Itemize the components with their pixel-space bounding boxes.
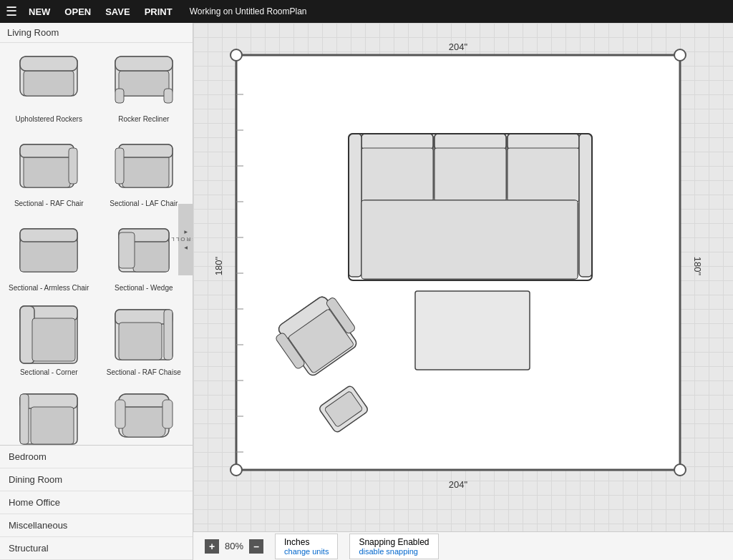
furniture-item-sectional-laf-chair[interactable]: Sectional - LAF Chair	[98, 130, 190, 212]
svg-rect-13	[122, 155, 169, 187]
furniture-label: Sectional - RAF Chaise	[107, 368, 181, 377]
units-label: Inches	[284, 537, 309, 547]
svg-rect-17	[20, 240, 77, 272]
furniture-label: Sectional - Armless Chair	[9, 284, 89, 293]
furniture-item-upholstered-rockers[interactable]: Upholstered Rockers	[3, 46, 95, 127]
svg-rect-70	[349, 134, 361, 277]
snapping-label: Snapping Enabled	[359, 537, 429, 547]
bottombar: + 80% – Inches change units Snapping Ena…	[193, 531, 733, 560]
zoom-in-button[interactable]: +	[205, 539, 219, 554]
svg-text:204": 204"	[449, 479, 468, 490]
snapping-control: Snapping Enabled disable snapping	[349, 534, 438, 559]
furniture-label: Sectional - Wedge	[115, 284, 173, 293]
svg-text:180": 180"	[692, 257, 703, 276]
furniture-label: Sectional - LAF Chair	[110, 200, 178, 208]
furniture-item-sectional-armless-chair[interactable]: Sectional - Armless Chair	[3, 215, 95, 296]
category-structural[interactable]: Structural	[0, 537, 193, 560]
print-button[interactable]: PRINT	[142, 6, 175, 17]
furniture-item-rocker-recliner[interactable]: Rocker Recliner	[98, 46, 190, 127]
furniture-item-glider-recliner[interactable]: Glider Recliner	[98, 383, 190, 445]
zoom-controls: + 80% –	[205, 539, 263, 554]
svg-rect-20	[133, 240, 169, 272]
category-home-office[interactable]: Home Office	[0, 491, 193, 514]
svg-rect-7	[164, 89, 173, 103]
topbar: ☰ NEW OPEN SAVE PRINT Working on Untitle…	[0, 0, 733, 23]
disable-snapping-link[interactable]: disable snapping	[359, 547, 429, 556]
main-layout: Living Room Upholstered Rockers	[0, 23, 733, 560]
svg-rect-67	[508, 134, 579, 149]
furniture-label: Sectional - RAF Chair	[14, 200, 84, 208]
svg-rect-18	[20, 229, 77, 242]
furniture-item-sectional-raf-chair[interactable]: Sectional - RAF Chair	[3, 130, 95, 212]
scroll-indicator[interactable]: ▲ SCROLL ▼	[178, 204, 193, 275]
zoom-out-button[interactable]: –	[249, 539, 263, 554]
svg-rect-38	[115, 400, 125, 428]
svg-rect-10	[20, 144, 74, 157]
svg-rect-22	[119, 232, 135, 268]
svg-text:180": 180"	[213, 256, 224, 275]
svg-point-41	[230, 49, 242, 61]
svg-rect-72	[361, 200, 578, 279]
furniture-item-sectional-raf-chaise[interactable]: Sectional - RAF Chaise	[98, 299, 190, 380]
svg-rect-1	[24, 71, 74, 96]
svg-rect-65	[435, 148, 506, 202]
canvas-area[interactable]: 204" 204" 180" 180"	[193, 23, 733, 560]
svg-rect-62	[361, 148, 433, 202]
category-bedroom[interactable]: Bedroom	[0, 446, 193, 468]
living-room-header: Living Room	[0, 23, 193, 43]
svg-rect-4	[119, 71, 169, 96]
svg-rect-30	[119, 323, 162, 360]
svg-rect-11	[69, 148, 77, 184]
svg-rect-2	[20, 57, 77, 71]
units-control: Inches change units	[275, 534, 338, 559]
svg-rect-6	[115, 89, 124, 103]
furniture-label: Upholstered Rockers	[16, 115, 82, 124]
svg-text:204": 204"	[449, 41, 468, 52]
svg-rect-29	[164, 310, 173, 360]
svg-rect-61	[361, 134, 433, 149]
furniture-grid: Upholstered Rockers Rocker Recliner	[0, 43, 193, 445]
change-units-link[interactable]: change units	[284, 547, 329, 556]
new-button[interactable]: NEW	[26, 6, 53, 17]
svg-rect-69	[579, 134, 592, 277]
svg-rect-36	[122, 405, 165, 437]
furniture-label: Rocker Recliner	[118, 115, 169, 124]
svg-rect-34	[31, 407, 74, 444]
svg-rect-33	[20, 394, 29, 444]
svg-rect-14	[119, 144, 173, 157]
menu-icon[interactable]: ☰	[6, 4, 17, 19]
furniture-item-sectional-corner[interactable]: Sectional - Corner	[3, 299, 95, 380]
category-dining-room[interactable]: Dining Room	[0, 468, 193, 491]
svg-rect-39	[162, 400, 173, 428]
working-on-label: Working on Untitled RoomPlan	[190, 6, 307, 16]
furniture-label: Sectional - Corner	[20, 368, 78, 377]
category-miscellaneous[interactable]: Miscellaneous	[0, 514, 193, 537]
category-list: Bedroom Dining Room Home Office Miscella…	[0, 445, 193, 560]
svg-rect-5	[115, 57, 173, 71]
sidebar: Living Room Upholstered Rockers	[0, 23, 193, 560]
zoom-level: 80%	[225, 541, 243, 551]
svg-point-42	[674, 49, 686, 61]
open-button[interactable]: OPEN	[62, 6, 94, 17]
furniture-item-sectional-laf-chaise[interactable]: Sectional - LAF Chaise	[3, 383, 95, 445]
svg-rect-9	[24, 155, 70, 187]
svg-rect-68	[508, 148, 579, 202]
svg-rect-73	[415, 291, 530, 370]
svg-rect-37	[119, 394, 169, 407]
svg-rect-26	[32, 318, 75, 361]
svg-point-43	[230, 464, 242, 476]
svg-rect-64	[435, 134, 506, 149]
svg-point-44	[674, 464, 686, 476]
save-button[interactable]: SAVE	[102, 6, 132, 17]
svg-rect-15	[115, 148, 124, 184]
furniture-item-sectional-wedge[interactable]: Sectional - Wedge	[98, 215, 190, 296]
